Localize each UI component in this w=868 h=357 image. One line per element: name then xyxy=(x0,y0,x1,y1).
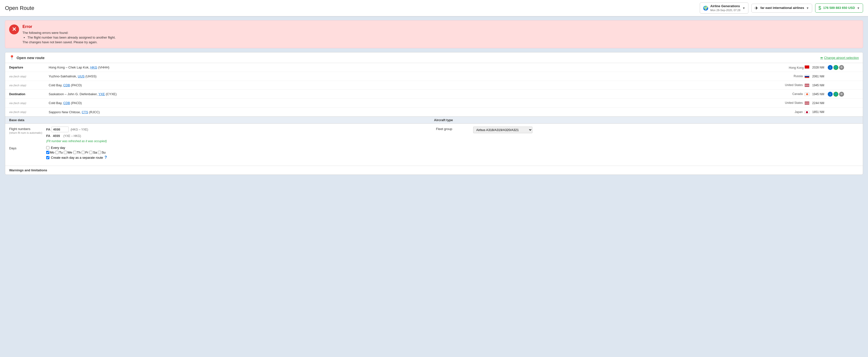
base-data-label: Base data xyxy=(9,118,434,122)
dest-stop-1-airport: Cold Bay, CDB (PACD) xyxy=(49,101,429,105)
change-airport-link[interactable]: ⬅ Change airport selection xyxy=(820,56,859,60)
dest-stop-2-airport: Sapporo New Chitose, CTS (RJCC) xyxy=(49,110,429,114)
flight-number-input[interactable] xyxy=(52,126,69,132)
yxe-link[interactable]: YXE xyxy=(98,92,105,96)
error-item-1: The flight number has been already assig… xyxy=(27,36,116,39)
airline-generations-label: Airline Generations xyxy=(710,4,741,8)
globe-action-icon-dest[interactable]: 🌐 xyxy=(833,92,838,97)
flight-numbers-row: Flight numbers (return flt num is automa… xyxy=(9,126,432,143)
globe-icon: 🌍 xyxy=(703,5,708,11)
stop-2-row: via (tech stop) Cold Bay, CDB (PACD) Uni… xyxy=(5,81,863,90)
error-box: ✕ Error The following errors were found:… xyxy=(5,20,863,48)
us-flag-1 xyxy=(805,84,809,87)
every-day-row: Every day xyxy=(46,146,432,150)
chevron-down-icon: ▼ xyxy=(742,6,745,10)
refresh-notice: (Flt number was refreshed as it was occu… xyxy=(46,140,432,143)
day-we-checkbox[interactable] xyxy=(64,151,67,154)
destination-airport: Saskatoon – John G. Diefenbaker, YXE (CY… xyxy=(49,92,429,96)
airline-selector-button[interactable]: ✈ far east international airlines ▼ xyxy=(751,4,812,12)
destination-row: Destination Saskatoon – John G. Diefenba… xyxy=(5,90,863,99)
card-title: Open new route xyxy=(17,56,44,60)
map-pin-icon: 📍 xyxy=(9,55,14,60)
base-data-left: Flight numbers (return flt num is automa… xyxy=(9,126,432,163)
flight-prefix: FA xyxy=(46,127,51,131)
error-intro: The following errors were found: xyxy=(23,31,68,35)
day-fr: Fr xyxy=(82,151,88,154)
route-card: 📍 Open new route ⬅ Change airport select… xyxy=(5,52,863,175)
plane-icon: ✈ xyxy=(754,5,758,11)
airline-generations-button[interactable]: 🌍 Airline Generations Mon 28-Sep-2020, 0… xyxy=(700,2,749,13)
jp-flag xyxy=(805,111,809,114)
day-tu-checkbox[interactable] xyxy=(55,151,59,154)
day-tu: Tu xyxy=(55,151,63,154)
globe-action-icon[interactable]: 🌐 xyxy=(833,65,838,70)
help-icon[interactable]: ? xyxy=(104,155,107,160)
stop-1-row: via (tech stop) Yuzhno-Sakhalinsk, UUS (… xyxy=(5,72,863,81)
error-body: The following errors were found: The fli… xyxy=(23,31,116,44)
dest-stop-2-nm: 1851 NM xyxy=(809,110,824,114)
destination-action-icons: i 🌐 ⚙ xyxy=(824,92,844,97)
card-header: 📍 Open new route ⬅ Change airport select… xyxy=(5,52,863,63)
ru-flag xyxy=(805,75,809,78)
destination-label: Destination xyxy=(9,92,49,96)
flight-numbers-values: FA (HKG – YXE) FA 4699 (YXE – HKG) (Flt … xyxy=(46,126,432,143)
dest-stop-1-label: via (tech stop) xyxy=(9,101,49,105)
error-content: Error The following errors were found: T… xyxy=(23,25,116,44)
days-value: Every day Mo Tu xyxy=(46,146,432,160)
cdb-link-1[interactable]: CDB xyxy=(63,83,70,87)
route-table: Departure Hong Kong – Chek Lap Kok, HKG … xyxy=(5,63,863,116)
create-separate-row: Create each day as a separate route ? xyxy=(46,155,432,160)
main-content: ✕ Error The following errors were found:… xyxy=(0,16,868,179)
day-su: Su xyxy=(98,151,105,154)
warnings-title: Warnings and limitations xyxy=(9,168,47,172)
destination-nm: 1945 NM xyxy=(809,92,824,96)
departure-action-icons: i 🌐 ⚙ xyxy=(824,65,844,70)
return-prefix: FA xyxy=(46,134,51,138)
departure-airport: Hong Kong – Chek Lap Kok, HKG (VHHH) xyxy=(49,65,429,69)
flight-numbers-label: Flight numbers xyxy=(9,127,30,131)
departure-country: Hong Kong xyxy=(429,65,810,69)
flight-numbers-sub: (return flt num is automatic) xyxy=(9,131,42,134)
day-su-checkbox[interactable] xyxy=(98,151,101,154)
hkg-link[interactable]: HKG xyxy=(90,65,97,69)
us-flag-2 xyxy=(805,101,809,105)
settings-icon[interactable]: ⚙ xyxy=(839,65,844,70)
stop-1-airport: Yuzhno-Sakhalinsk, UUS (UHSS) xyxy=(49,75,429,78)
error-footer: The changes have not been saved. Please … xyxy=(23,40,116,44)
airline-name-label: far east international airlines xyxy=(760,6,804,10)
uus-link[interactable]: UUS xyxy=(78,75,85,78)
return-number: 4699 xyxy=(52,133,62,139)
base-data-section: Flight numbers (return flt num is automa… xyxy=(5,124,863,166)
balance-button[interactable]: $ 176 589 883 650 USD ▼ xyxy=(815,3,863,12)
cdb-link-2[interactable]: CDB xyxy=(63,101,70,105)
fleet-group-select[interactable]: Airbus A318/A319/A320/A321 xyxy=(473,126,532,133)
create-separate-checkbox[interactable] xyxy=(46,156,50,159)
departure-row: Departure Hong Kong – Chek Lap Kok, HKG … xyxy=(5,63,863,72)
fleet-group-label: Fleet group xyxy=(436,126,471,131)
day-fr-checkbox[interactable] xyxy=(82,151,85,154)
day-we: We xyxy=(64,151,72,154)
stop-2-nm: 1945 NM xyxy=(809,84,824,87)
outbound-flight-row: FA (HKG – YXE) xyxy=(46,126,432,132)
settings-icon-dest[interactable]: ⚙ xyxy=(839,92,844,97)
info-icon[interactable]: i xyxy=(828,65,833,70)
header-controls: 🌍 Airline Generations Mon 28-Sep-2020, 0… xyxy=(700,2,863,13)
hk-flag xyxy=(805,65,809,69)
info-icon-dest[interactable]: i xyxy=(828,92,833,97)
section-divider: Base data Aircraft type xyxy=(5,116,863,124)
dest-stop-1-row: via (tech stop) Cold Bay, CDB (PACD) Uni… xyxy=(5,99,863,108)
departure-nm: 2028 NM xyxy=(809,66,824,69)
day-mo-checkbox[interactable] xyxy=(46,151,50,154)
fleet-group-row: Fleet group Airbus A318/A319/A320/A321 xyxy=(436,126,859,133)
cts-link[interactable]: CTS xyxy=(82,110,88,114)
chevron-down-icon-3: ▼ xyxy=(857,6,860,10)
day-sa-checkbox[interactable] xyxy=(89,151,92,154)
dest-stop-2-country: Japan xyxy=(429,110,810,114)
page-title: Open Route xyxy=(5,5,695,11)
day-th-checkbox[interactable] xyxy=(73,151,76,154)
stop-1-label: via (tech stop) xyxy=(9,75,49,78)
every-day-checkbox[interactable] xyxy=(46,146,50,149)
day-sa: Sa xyxy=(89,151,97,154)
aircraft-type-label: Aircraft type xyxy=(434,118,859,122)
dest-stop-1-nm: 2244 NM xyxy=(809,101,824,105)
